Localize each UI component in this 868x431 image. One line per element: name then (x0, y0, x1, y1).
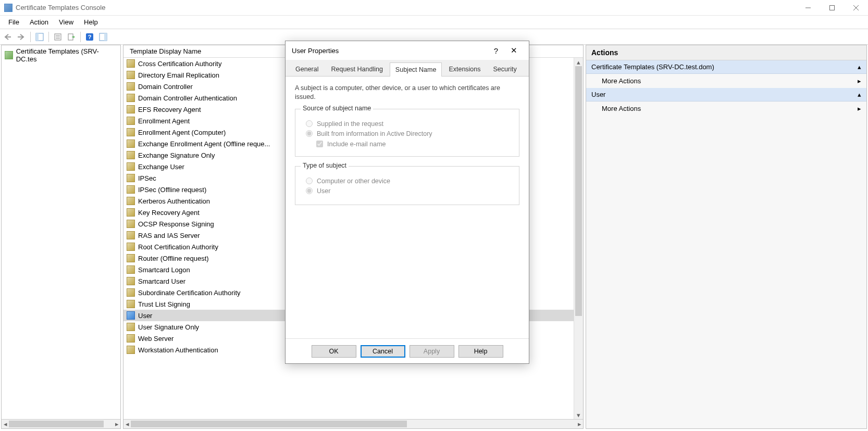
dialog-help-button[interactable]: ? (487, 46, 505, 55)
menu-file[interactable]: File (3, 16, 24, 28)
actions-group-certificate-templates[interactable]: Certificate Templates (SRV-DC.test.dom) … (586, 60, 866, 74)
cancel-button[interactable]: Cancel (361, 345, 405, 358)
template-name: EFS Recovery Agent (138, 106, 287, 113)
dialog-help-action-button[interactable]: Help (458, 345, 503, 358)
dialog-titlebar[interactable]: User Properties ? ✕ (286, 41, 529, 60)
template-icon (127, 140, 135, 148)
dialog-body: A subject is a computer, other device, o… (286, 77, 529, 338)
svg-rect-14 (104, 33, 107, 41)
show-hide-action-pane-button[interactable] (97, 31, 109, 43)
maximize-button[interactable] (820, 0, 844, 16)
radio-computer-or-device: Computer or other device (306, 178, 509, 185)
template-name: Subordinate Certification Authority (138, 289, 287, 297)
back-button[interactable] (2, 31, 14, 43)
list-vertical-scrollbar[interactable]: ▴ ▾ (574, 58, 583, 419)
template-name: Enrollment Agent (Computer) (138, 129, 287, 136)
radio-label: Computer or other device (317, 178, 390, 185)
tree-horizontal-scrollbar[interactable]: ◂ ▸ (2, 419, 120, 428)
scroll-down-icon[interactable]: ▾ (574, 411, 583, 419)
dialog-tabs: General Request Handling Subject Name Ex… (286, 60, 529, 77)
template-icon (127, 71, 135, 79)
template-icon (127, 311, 135, 320)
fieldset-legend: Type of subject (301, 162, 349, 169)
scroll-right-icon[interactable]: ▸ (576, 420, 583, 428)
fieldset-legend: Source of subject name (301, 105, 373, 112)
actions-item-label: More Actions (602, 105, 641, 112)
scrollbar-thumb[interactable] (131, 421, 407, 427)
tree-pane[interactable]: Certificate Templates (SRV-DC.tes ◂ ▸ (1, 45, 121, 429)
template-name: Enrollment Agent (138, 117, 287, 125)
actions-more-certificate-templates[interactable]: More Actions ▸ (586, 74, 866, 88)
collapse-icon: ▴ (858, 63, 861, 71)
template-name: Exchange User (138, 163, 287, 171)
help-button[interactable]: ? (84, 31, 95, 43)
radio-built-from-ad: Built from information in Active Directo… (306, 130, 509, 137)
template-icon (127, 174, 135, 182)
template-name: Cross Certification Authority (138, 60, 287, 68)
template-icon (127, 346, 135, 354)
actions-more-user[interactable]: More Actions ▸ (586, 102, 866, 116)
scroll-left-icon[interactable]: ◂ (2, 420, 9, 428)
template-icon (127, 162, 135, 171)
app-icon (4, 4, 13, 12)
actions-item-label: More Actions (602, 77, 641, 85)
dialog-close-button[interactable]: ✕ (505, 46, 523, 55)
tab-extensions[interactable]: Extensions (443, 62, 486, 76)
list-horizontal-scrollbar[interactable]: ◂ ▸ (123, 419, 583, 428)
scrollbar-thumb[interactable] (575, 66, 582, 316)
certificate-templates-icon (5, 51, 13, 59)
tree-root-label: Certificate Templates (SRV-DC.tes (16, 47, 117, 63)
template-icon (127, 323, 135, 331)
properties-button[interactable] (52, 31, 64, 43)
scroll-up-icon[interactable]: ▴ (574, 58, 583, 66)
template-name: Key Recovery Agent (138, 209, 287, 217)
dialog-title: User Properties (292, 47, 339, 55)
radio-label: Supplied in the request (317, 120, 383, 128)
template-icon (127, 231, 135, 239)
forward-button[interactable] (16, 31, 27, 43)
tree-root-item[interactable]: Certificate Templates (SRV-DC.tes (2, 45, 120, 65)
ok-button[interactable]: OK (312, 345, 356, 358)
template-icon (127, 197, 135, 205)
menu-view[interactable]: View (54, 16, 79, 28)
apply-button[interactable]: Apply (410, 345, 454, 358)
template-name: RAS and IAS Server (138, 232, 287, 239)
radio-label: User (317, 187, 330, 195)
template-name: Exchange Signature Only (138, 151, 287, 159)
template-name: Exchange Enrollment Agent (Offline reque… (138, 140, 287, 148)
menu-action[interactable]: Action (24, 16, 54, 28)
scroll-left-icon[interactable]: ◂ (123, 420, 131, 428)
tab-subject-name[interactable]: Subject Name (390, 62, 442, 77)
radio-supplied-in-request: Supplied in the request (306, 120, 509, 128)
close-button[interactable] (844, 0, 868, 16)
chevron-right-icon: ▸ (858, 105, 861, 112)
minimize-button[interactable] (796, 0, 820, 16)
fieldset-type-of-subject: Type of subject Computer or other device… (295, 166, 519, 205)
actions-pane: Actions Certificate Templates (SRV-DC.te… (586, 45, 867, 429)
column-template-display-name[interactable]: Template Display Name (127, 47, 283, 55)
tab-general[interactable]: General (290, 62, 324, 76)
tab-request-handling[interactable]: Request Handling (325, 62, 388, 76)
template-icon (127, 220, 135, 228)
checkbox-include-email-name: Include e-mail name (316, 141, 509, 148)
template-icon (127, 277, 135, 285)
show-hide-tree-button[interactable] (34, 31, 45, 43)
radio-input (306, 187, 313, 194)
template-name: Smartcard Logon (138, 266, 287, 274)
tab-security[interactable]: Security (488, 62, 523, 76)
actions-group-user[interactable]: User ▴ (586, 88, 866, 102)
template-name: IPSec (138, 174, 287, 182)
template-icon (127, 185, 135, 194)
svg-text:?: ? (88, 34, 92, 40)
template-icon (127, 117, 135, 125)
collapse-icon: ▴ (858, 91, 861, 98)
svg-rect-1 (830, 5, 835, 10)
template-name: Web Server (138, 335, 287, 343)
template-name: OCSP Response Signing (138, 220, 287, 228)
template-name: Directory Email Replication (138, 71, 287, 79)
scroll-right-icon[interactable]: ▸ (113, 420, 120, 428)
menu-help[interactable]: Help (79, 16, 103, 28)
scrollbar-thumb[interactable] (9, 421, 104, 427)
export-button[interactable] (66, 31, 77, 43)
svg-rect-5 (36, 33, 39, 41)
